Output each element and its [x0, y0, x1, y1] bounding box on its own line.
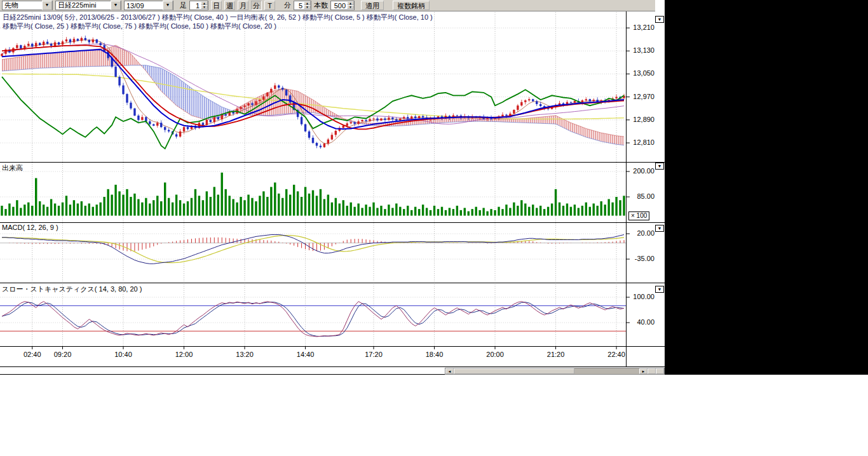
chevron-down-icon[interactable]: ▼: [42, 1, 52, 10]
stoch-panel-label: スロー・ストキャスティクス( 14, 3, 80, 20 ): [2, 285, 142, 294]
period-day-button[interactable]: 日: [211, 1, 222, 10]
macd-panel-label: MACD( 12, 26, 9 ): [2, 224, 58, 231]
chart-legend-line2: 移動平均( Close, 25 ) 移動平均( Close, 75 ) 移動平均…: [3, 22, 276, 31]
scrollbar-thumb[interactable]: [454, 368, 574, 374]
contract-month-select[interactable]: 13/09 ▼: [124, 1, 173, 10]
bar-interval-spinner[interactable]: 1 ▲▼: [189, 1, 208, 10]
scroll-left-button[interactable]: ◄: [445, 368, 454, 374]
symbol-select-value: 日経225mini: [56, 1, 111, 10]
right-filler-panel: [665, 0, 868, 375]
triangle-down-icon: ▼: [656, 17, 663, 22]
chart-area: 13,21013,13013,05012,97012,89012,810200.…: [0, 0, 665, 375]
volume-panel-label: 出来高: [2, 163, 23, 173]
triangle-down-icon: ▼: [656, 163, 663, 169]
price-panel-menu-button[interactable]: ▼: [655, 16, 664, 23]
period-week-button[interactable]: 週: [224, 1, 235, 10]
triangle-down-icon: ▼: [656, 225, 663, 231]
bar-count-value: 500: [331, 2, 347, 10]
bar-type-label: 足: [180, 1, 187, 10]
scroll-left-icon: ◄: [448, 370, 452, 373]
spin-down-icon[interactable]: ▼: [347, 5, 354, 9]
period-month-button[interactable]: 月: [238, 1, 248, 10]
triangle-down-icon: ▼: [656, 286, 663, 292]
spin-down-icon[interactable]: ▼: [304, 5, 311, 9]
macd-panel-menu-button[interactable]: ▼: [655, 225, 664, 232]
spin-down-icon[interactable]: ▼: [201, 5, 208, 9]
chart-legend-line1: 日経225mini 13/09( 5分, 2013/06/25 - 2013/0…: [3, 13, 433, 22]
horizontal-scrollbar[interactable]: ◄ ►: [445, 368, 665, 375]
volume-layer: [1, 173, 625, 216]
chevron-down-icon[interactable]: ▼: [163, 1, 173, 10]
scrollbar-aux-button-2[interactable]: [656, 368, 664, 374]
period-tick-button[interactable]: T: [264, 1, 275, 10]
bar-count-spinner[interactable]: 500 ▲▼: [330, 1, 355, 10]
contract-month-value: 13/09: [125, 2, 163, 10]
chevron-down-icon[interactable]: ▼: [111, 1, 121, 10]
scrollbar-aux-button-1[interactable]: [648, 368, 656, 374]
scrollbar-track[interactable]: [574, 368, 639, 374]
multi-symbol-button[interactable]: 複数銘柄: [393, 1, 430, 10]
bar-count-label: 本数: [314, 1, 328, 10]
apply-button[interactable]: 適用: [361, 1, 384, 10]
scroll-right-button[interactable]: ►: [639, 368, 648, 374]
minute-value: 5: [294, 2, 304, 10]
stoch-panel-menu-button[interactable]: ▼: [655, 286, 664, 293]
minute-label: 分: [284, 1, 291, 10]
volume-unit-label: × 100: [628, 211, 649, 220]
symbol-select[interactable]: 日経225mini ▼: [55, 1, 121, 10]
bar-interval-value: 1: [190, 2, 201, 10]
scroll-right-icon: ►: [642, 370, 646, 373]
volume-panel-menu-button[interactable]: ▼: [655, 163, 664, 170]
instrument-select-value: 先物: [3, 1, 42, 10]
chart-canvas: [0, 0, 665, 375]
toolbar: 先物 ▼ 日経225mini ▼ 13/09 ▼ 足 1 ▲▼ 日 週 月 分 …: [0, 0, 655, 11]
minute-spinner[interactable]: 5 ▲▼: [294, 1, 311, 10]
instrument-select[interactable]: 先物 ▼: [2, 1, 53, 10]
period-minute-button[interactable]: 分: [251, 1, 262, 10]
stochastics-layer: [0, 302, 626, 337]
